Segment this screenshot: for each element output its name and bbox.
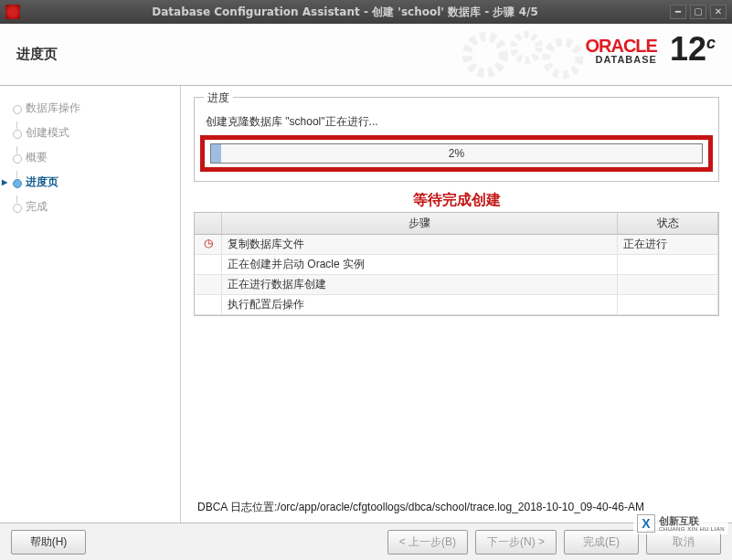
table-row: ◷ 复制数据库文件 正在进行 (195, 235, 718, 255)
row-step: 正在创建并启动 Oracle 实例 (222, 255, 618, 274)
table-header-step: 步骤 (222, 213, 618, 234)
finish-button[interactable]: 完成(E) (564, 530, 639, 555)
sidebar-item-label: 创建模式 (26, 125, 69, 141)
sidebar-item-db-operation: 数据库操作 (0, 97, 180, 122)
row-state: 正在进行 (618, 235, 718, 254)
progress-label: 2% (449, 147, 464, 160)
watermark-sub: CHUANG XIN HU LIAN (659, 526, 725, 533)
svg-point-2 (546, 42, 579, 75)
table-row: 正在进行数据库创建 (195, 275, 718, 295)
sidebar-item-complete: 完成 (0, 195, 180, 220)
table-row: 正在创建并启动 Oracle 实例 (195, 255, 718, 275)
sidebar-item-label: 进度页 (26, 174, 58, 190)
row-step: 复制数据库文件 (222, 235, 618, 254)
progress-fill (211, 144, 221, 163)
watermark: X 创新互联 CHUANG XIN HU LIAN (633, 512, 728, 534)
content-area: 数据库操作 创建模式 概要 ▶ 进度页 完成 进度 创建克隆数据库 "schoo… (0, 86, 732, 523)
window-titlebar: Database Configuration Assistant - 创建 's… (0, 0, 732, 24)
app-icon (5, 5, 20, 19)
wizard-sidebar: 数据库操作 创建模式 概要 ▶ 进度页 完成 (0, 86, 181, 523)
minimize-button[interactable]: ━ (670, 5, 686, 19)
main-panel: 进度 创建克隆数据库 "school"正在进行... 2% 等待完成创建 步骤 … (181, 86, 732, 523)
svg-point-1 (514, 35, 539, 60)
row-state (618, 295, 718, 314)
table-header-state: 状态 (618, 213, 718, 234)
progress-bar: 2% (210, 143, 703, 164)
back-button[interactable]: < 上一步(B) (387, 530, 468, 555)
sidebar-item-label: 数据库操作 (26, 100, 80, 116)
clock-icon: ◷ (195, 235, 222, 254)
oracle-logo: ORACLE DATABASE 12c (585, 37, 716, 65)
row-state (618, 255, 718, 274)
next-button[interactable]: 下一步(N) > (475, 530, 557, 555)
window-title: Database Configuration Assistant - 创建 's… (24, 5, 666, 20)
row-icon (195, 255, 222, 274)
help-button[interactable]: 帮助(H) (11, 530, 86, 555)
row-step: 执行配置后操作 (222, 295, 618, 314)
brand-sub: DATABASE (585, 55, 656, 65)
row-state (618, 275, 718, 294)
table-header-icon (195, 213, 222, 234)
version-label: 12c (670, 37, 716, 63)
status-line: 创建克隆数据库 "school"正在进行... (204, 114, 709, 130)
row-icon (195, 295, 222, 314)
row-icon (195, 275, 222, 294)
chevron-right-icon: ▶ (2, 178, 7, 186)
progress-groupbox: 进度 创建克隆数据库 "school"正在进行... 2% (194, 97, 719, 182)
close-button[interactable]: ✕ (710, 5, 727, 19)
sidebar-item-label: 概要 (26, 150, 48, 165)
steps-table: 步骤 状态 ◷ 复制数据库文件 正在进行 正在创建并启动 Oracle 实例 正… (194, 212, 719, 316)
footer-bar: 帮助(H) < 上一步(B) 下一步(N) > 完成(E) 取消 (0, 523, 732, 560)
brand-name: ORACLE (585, 37, 656, 55)
watermark-text: 创新互联 (659, 515, 725, 526)
maximize-button[interactable]: ▢ (690, 5, 706, 19)
svg-point-0 (467, 37, 504, 73)
sidebar-item-create-mode: 创建模式 (0, 122, 180, 146)
annotation-text: 等待完成创建 (194, 191, 719, 210)
sidebar-item-progress: ▶ 进度页 (0, 171, 180, 195)
header: 进度页 ORACLE DATABASE 12c (0, 24, 732, 86)
groupbox-legend: 进度 (204, 90, 233, 106)
progress-highlight-box: 2% (200, 135, 713, 172)
sidebar-item-label: 完成 (26, 199, 48, 215)
sidebar-item-summary: 概要 (0, 146, 180, 171)
row-step: 正在进行数据库创建 (222, 275, 618, 294)
table-row: 执行配置后操作 (195, 295, 718, 315)
table-header: 步骤 状态 (195, 213, 718, 235)
page-title: 进度页 (16, 46, 58, 63)
watermark-icon: X (637, 514, 655, 533)
